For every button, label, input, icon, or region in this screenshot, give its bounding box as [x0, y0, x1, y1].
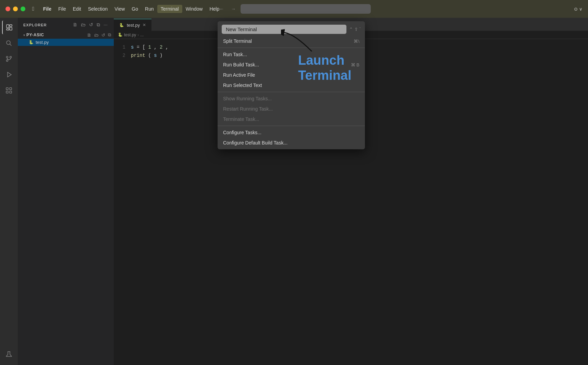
file-name-testpy: test.py	[36, 40, 49, 45]
configure-default-build-task-label: Configure Default Build Task...	[223, 140, 287, 146]
svg-rect-11	[10, 88, 12, 90]
close-button[interactable]	[5, 7, 10, 11]
menu-window[interactable]: Window	[182, 5, 206, 13]
folder-row[interactable]: ▾ PY-ASIC 🗎 🗁 ↺ ⧉	[18, 31, 114, 39]
search-bar[interactable]	[241, 4, 371, 14]
sidebar-new-folder[interactable]: 🗁	[80, 21, 86, 28]
restart-running-task-item: Restart Running Task...	[218, 104, 365, 114]
folder-section: ▾ PY-ASIC 🗎 🗁 ↺ ⧉ 🐍 test.py	[18, 30, 114, 47]
menu-view[interactable]: View	[111, 5, 128, 13]
show-running-tasks-label: Show Running Tasks...	[223, 96, 272, 101]
new-terminal-shortcuts: ⌃ ⇧ `	[349, 27, 361, 32]
new-folder-icon[interactable]: 🗁	[94, 33, 99, 38]
split-terminal-label: Split Terminal	[223, 38, 252, 44]
breadcrumb-sep: ›	[137, 33, 139, 37]
file-icon-py: 🐍	[29, 40, 34, 45]
copilot-button[interactable]: ⊙ ∨	[574, 7, 583, 12]
sep-3	[218, 126, 365, 126]
new-terminal-item[interactable]: New Terminal	[222, 25, 346, 34]
shortcut-backtick: `	[359, 27, 361, 32]
svg-line-5	[10, 44, 12, 46]
file-row-testpy[interactable]: 🐍 test.py	[18, 39, 114, 46]
sep-2	[218, 92, 365, 92]
menu-run[interactable]: Run	[142, 5, 157, 13]
minimize-button[interactable]	[13, 7, 18, 11]
nav-forward[interactable]: →	[229, 5, 238, 13]
tab-icon-py: 🐍	[119, 23, 124, 27]
nav-back[interactable]: ←	[217, 5, 226, 13]
sidebar-more[interactable]: ···	[103, 21, 108, 28]
run-task-item[interactable]: Run Task...	[218, 49, 365, 60]
refresh-icon[interactable]: ↺	[101, 33, 105, 38]
code-content-1: s = [ 1 , 2 ,	[131, 43, 168, 51]
copilot-icon: ⊙	[574, 7, 578, 12]
code-content-2: print ( s )	[131, 52, 162, 59]
run-active-file-item[interactable]: Run Active File	[218, 70, 365, 80]
run-task-label: Run Task...	[223, 52, 247, 57]
run-build-task-label: Run Build Task...	[223, 62, 259, 67]
menu-edit[interactable]: Edit	[70, 5, 85, 13]
title-bar:  File File Edit Selection View Go Run T…	[0, 0, 588, 18]
svg-rect-3	[7, 29, 9, 30]
lab-activity-icon[interactable]	[2, 347, 16, 361]
new-terminal-label: New Terminal	[226, 26, 257, 32]
svg-rect-1	[10, 25, 12, 26]
breadcrumb-symbol: ...	[140, 33, 144, 37]
split-terminal-shortcut: ⌘\	[354, 39, 359, 44]
run-selected-text-item[interactable]: Run Selected Text	[218, 80, 365, 90]
configure-tasks-label: Configure Tasks...	[223, 130, 261, 135]
breadcrumb-icon-py: 🐍	[118, 33, 123, 37]
copy-icon[interactable]: ⧉	[108, 32, 111, 38]
terminate-task-item: Terminate Task...	[218, 114, 365, 124]
line-number-1: 1	[114, 43, 131, 51]
sidebar-actions: 🗎 🗁 ↺ ⧉ ···	[72, 21, 108, 28]
split-terminal-item[interactable]: Split Terminal ⌘\	[218, 36, 365, 46]
sidebar-collapse[interactable]: ⧉	[96, 21, 101, 28]
search-activity-icon[interactable]	[2, 36, 16, 50]
dropdown-top-row: New Terminal ⌃ ⇧ `	[218, 23, 365, 36]
title-bar-center: ← →	[217, 4, 371, 14]
folder-chevron: ▾	[23, 33, 25, 37]
configure-default-build-task-item[interactable]: Configure Default Build Task...	[218, 138, 365, 148]
source-control-activity-icon[interactable]	[2, 52, 16, 66]
svg-rect-0	[7, 25, 9, 28]
shortcut-shift: ⇧	[354, 27, 358, 32]
tab-testpy[interactable]: 🐍 test.py ✕	[114, 19, 151, 31]
svg-rect-10	[6, 88, 8, 90]
show-running-tasks-item: Show Running Tasks...	[218, 93, 365, 104]
new-file-icon[interactable]: 🗎	[87, 33, 91, 38]
menu-file[interactable]: File	[55, 5, 70, 13]
menu-selection[interactable]: Selection	[85, 5, 111, 13]
tab-close-testpy[interactable]: ✕	[143, 23, 146, 27]
sidebar-refresh[interactable]: ↺	[88, 21, 94, 28]
extensions-activity-icon[interactable]	[2, 84, 16, 97]
explorer-activity-icon[interactable]	[2, 21, 16, 34]
run-build-task-item[interactable]: Run Build Task... ⌘ B	[218, 60, 365, 70]
svg-point-8	[7, 60, 8, 62]
run-debug-activity-icon[interactable]	[2, 68, 16, 81]
restart-running-task-label: Restart Running Task...	[223, 106, 273, 112]
tab-label-testpy: test.py	[127, 23, 140, 28]
folder-name: PY-ASIC	[26, 33, 44, 37]
sidebar-header: EXPLORER 🗎 🗁 ↺ ⧉ ···	[18, 18, 114, 30]
breadcrumb-file[interactable]: test.py	[124, 33, 136, 37]
run-build-task-shortcut: ⌘ B	[351, 62, 359, 67]
sidebar-title: EXPLORER	[23, 23, 47, 27]
shortcut-ctrl: ⌃	[349, 27, 353, 32]
run-active-file-label: Run Active File	[223, 72, 255, 78]
svg-rect-2	[10, 27, 12, 30]
menu-terminal[interactable]: Terminal	[157, 5, 182, 13]
svg-rect-12	[6, 91, 8, 93]
maximize-button[interactable]	[21, 7, 25, 11]
svg-rect-13	[10, 91, 12, 93]
svg-point-7	[10, 56, 12, 58]
activity-bar	[0, 18, 18, 365]
apple-icon: 	[32, 6, 34, 12]
sidebar-new-file[interactable]: 🗎	[72, 21, 78, 28]
configure-tasks-item[interactable]: Configure Tasks...	[218, 127, 365, 138]
sidebar: EXPLORER 🗎 🗁 ↺ ⧉ ··· ▾ PY-ASIC 🗎 🗁 ↺ ⧉ 🐍	[18, 18, 114, 365]
traffic-lights	[5, 7, 25, 11]
menu-go[interactable]: Go	[128, 5, 142, 13]
menu-code[interactable]: File	[40, 5, 55, 13]
run-selected-text-label: Run Selected Text	[223, 83, 262, 88]
